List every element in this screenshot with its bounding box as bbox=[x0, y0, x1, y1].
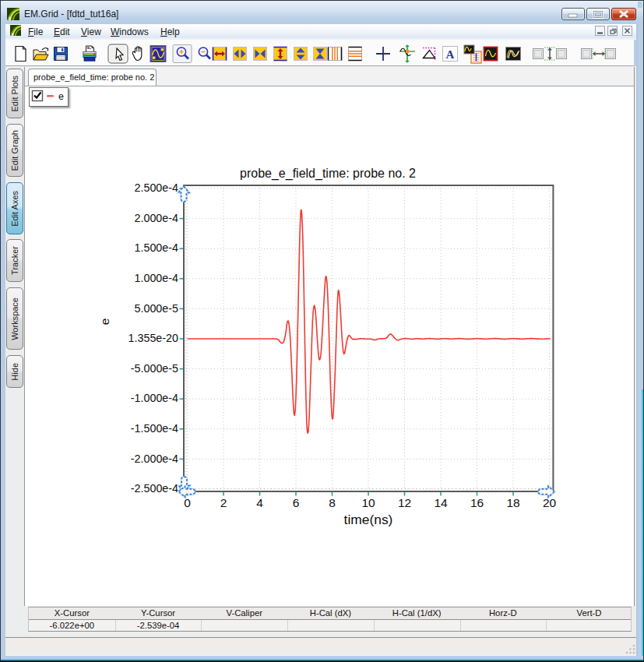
svg-text:1.355e-20: 1.355e-20 bbox=[128, 332, 178, 344]
svg-text:20: 20 bbox=[543, 496, 557, 509]
svg-text:5.000e-5: 5.000e-5 bbox=[135, 302, 178, 315]
svg-text:2.500e-4: 2.500e-4 bbox=[135, 181, 178, 194]
svg-text:2: 2 bbox=[220, 496, 227, 509]
svg-text:1.000e-4: 1.000e-4 bbox=[135, 272, 178, 284]
svg-text:10: 10 bbox=[361, 496, 375, 509]
svg-text:16: 16 bbox=[470, 496, 484, 509]
svg-text:probe_e_field_time: probe no.: probe_e_field_time: probe no. 2 bbox=[240, 167, 416, 181]
svg-text:-1.000e-4: -1.000e-4 bbox=[131, 392, 178, 404]
svg-text:12: 12 bbox=[398, 496, 411, 509]
svg-text:e: e bbox=[98, 319, 111, 326]
svg-text:-1.500e-4: -1.500e-4 bbox=[131, 422, 178, 435]
svg-text:8: 8 bbox=[329, 496, 336, 509]
svg-text:-5.000e-5: -5.000e-5 bbox=[131, 362, 178, 375]
svg-text:-2.000e-4: -2.000e-4 bbox=[131, 452, 178, 465]
svg-text:2.000e-4: 2.000e-4 bbox=[135, 212, 178, 224]
svg-text:1.500e-4: 1.500e-4 bbox=[135, 241, 178, 254]
svg-text:18: 18 bbox=[506, 496, 519, 509]
svg-text:-2.500e-4: -2.500e-4 bbox=[131, 482, 178, 495]
svg-text:14: 14 bbox=[434, 496, 448, 509]
svg-text:4: 4 bbox=[256, 496, 263, 509]
svg-text:time(ns): time(ns) bbox=[344, 512, 393, 527]
svg-text:6: 6 bbox=[293, 496, 300, 509]
svg-text:A: A bbox=[446, 48, 455, 61]
